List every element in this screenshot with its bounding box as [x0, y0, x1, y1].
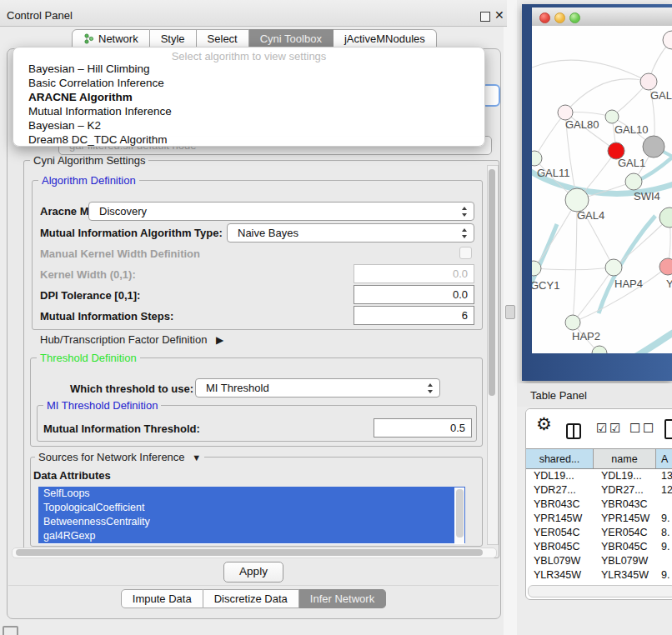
cell: 9. — [656, 540, 672, 554]
docked-panel-icon[interactable] — [3, 626, 18, 635]
manual-kernel-width-label: Manual Kernel Width Definition — [40, 248, 200, 260]
mi-type-combobox[interactable]: Naive Bayes — [227, 223, 474, 242]
zoom-traffic-light-icon[interactable] — [569, 12, 580, 23]
dpi-tolerance-field[interactable]: 0.0 — [354, 285, 474, 304]
network-node[interactable] — [659, 208, 672, 228]
gear-icon[interactable]: ⚙ — [536, 414, 552, 434]
attribute-item-selected[interactable]: BetweennessCentrality — [38, 515, 465, 529]
scrollbar-thumb[interactable] — [16, 549, 483, 556]
unchecked-box-icon[interactable]: ☐ — [629, 421, 640, 436]
node-label: SWI4 — [634, 190, 660, 202]
table-row[interactable]: YBR043C YBR043C — [526, 498, 672, 512]
settings-vertical-scrollbar[interactable] — [487, 165, 499, 545]
new-table-icon[interactable] — [664, 419, 672, 439]
node-label: HAP4 — [614, 278, 643, 290]
attribute-item-selected[interactable]: TopologicalCoefficient — [38, 501, 465, 515]
algorithm-option[interactable]: Basic Correlation Inference — [28, 77, 164, 91]
node-label: HAP2 — [572, 330, 600, 342]
cell: 9. — [656, 568, 672, 582]
table-row[interactable]: YDL19... YDL19... 13 — [526, 469, 672, 483]
table-horizontal-scrollbar[interactable] — [528, 585, 672, 598]
tab-network[interactable]: Network — [72, 29, 150, 48]
list-vertical-scrollbar[interactable] — [454, 488, 464, 543]
tab-cyni-toolbox[interactable]: Cyni Toolbox — [249, 29, 333, 48]
network-node[interactable] — [640, 73, 657, 90]
table-row[interactable]: YER054C YER054C 8. — [526, 526, 672, 540]
tab-label: Style — [161, 30, 185, 48]
kernel-width-value: 0.0 — [453, 268, 468, 280]
cell — [656, 554, 672, 568]
algorithm-dropdown-popup: Select algorithm to view settings Bayesi… — [13, 47, 485, 147]
mi-steps-field[interactable]: 6 — [354, 306, 474, 325]
table-row[interactable]: YDR27... YDR27... 12 — [526, 483, 672, 498]
cell: 12 — [656, 483, 672, 498]
attribute-item-selected[interactable]: SelfLoops — [38, 487, 465, 501]
network-node[interactable] — [659, 258, 672, 275]
checked-box-icon[interactable]: ☑ — [609, 421, 620, 436]
table-row[interactable]: YPR145W YPR145W 9. — [526, 512, 672, 526]
apply-button-label: Apply — [239, 565, 268, 578]
tab-jactivemnodules[interactable]: jActiveMNodules — [333, 29, 437, 48]
algorithm-option[interactable]: Dream8 DC_TDC Algorithm — [28, 133, 168, 148]
tab-select[interactable]: Select — [197, 29, 249, 48]
algorithm-placeholder: Select algorithm to view settings — [13, 50, 484, 62]
aracne-mode-combobox[interactable]: Discovery — [88, 202, 474, 221]
cell: YBL079W — [526, 554, 594, 568]
cell: YER054C — [526, 526, 594, 540]
algorithm-option[interactable]: Mutual Information Inference — [28, 105, 172, 119]
algorithm-option-selected[interactable]: ARACNE Algorithm — [28, 91, 133, 105]
cell: YBR045C — [594, 540, 656, 554]
split-columns-icon[interactable] — [566, 423, 581, 439]
checked-box-icon[interactable]: ☑ — [596, 421, 607, 436]
scrollbar-thumb[interactable] — [489, 169, 495, 396]
hub-definition-expander[interactable]: Hub/Transcription Factor Definition ▶ — [40, 333, 223, 346]
cell — [656, 498, 672, 512]
network-icon — [83, 33, 94, 44]
which-threshold-combobox[interactable]: MI Threshold — [195, 378, 440, 398]
table-row[interactable]: YLR345W YLR345W 9. — [526, 568, 672, 582]
algorithm-option[interactable]: Bayesian – K2 — [28, 119, 101, 133]
network-node[interactable] — [605, 110, 619, 123]
attribute-item-selected[interactable]: gal4RGexp — [38, 529, 465, 543]
tab-style[interactable]: Style — [150, 29, 197, 48]
panel-splitter-handle[interactable] — [505, 305, 515, 319]
unchecked-box-icon[interactable]: ☐ — [643, 421, 654, 436]
tab-label: Network — [98, 30, 138, 48]
float-panel-icon[interactable] — [480, 12, 490, 22]
mi-steps-label: Mutual Information Steps: — [40, 310, 173, 322]
apply-button[interactable]: Apply — [223, 562, 283, 582]
network-node[interactable] — [565, 315, 580, 330]
network-node[interactable] — [592, 346, 607, 353]
table-body: YDL19... YDL19... 13 YDR27... YDR27... 1… — [526, 469, 672, 597]
network-node[interactable] — [532, 151, 542, 166]
cell: YDL19... — [526, 469, 594, 483]
settings-horizontal-scrollbar[interactable] — [12, 548, 497, 558]
sources-group-expander[interactable]: Sources for Network Inference ▼ — [35, 451, 204, 463]
close-traffic-light-icon[interactable] — [539, 12, 550, 23]
algorithm-option[interactable]: Bayesian – Hill Climbing — [28, 62, 150, 77]
network-canvas[interactable]: GAL GAL80 GAL10 GAL1 GAL11 SWI4 GAL4 GCY… — [532, 26, 672, 353]
node-label: GAL11 — [537, 167, 570, 179]
scrollbar-thumb[interactable] — [456, 489, 464, 538]
network-node[interactable] — [663, 31, 672, 49]
column-header[interactable]: shared... — [526, 449, 594, 468]
mi-threshold-field[interactable]: 0.5 — [374, 418, 472, 438]
table-row[interactable]: YBR045C YBR045C 9. — [526, 540, 672, 554]
network-node[interactable] — [643, 136, 664, 158]
table-row[interactable]: YBL079W YBL079W — [526, 554, 672, 568]
close-panel-icon[interactable]: ✕ — [494, 8, 504, 22]
column-header[interactable]: name — [594, 449, 656, 468]
column-header[interactable]: A — [656, 449, 672, 468]
network-node[interactable] — [565, 188, 589, 212]
dpi-tolerance-label: DPI Tolerance [0,1]: — [40, 289, 140, 302]
cell: YLR345W — [526, 568, 594, 582]
network-node[interactable] — [625, 173, 642, 190]
threshold-definition-title: Threshold Definition — [37, 352, 140, 364]
tab-discretize-data[interactable]: Discretize Data — [203, 589, 299, 608]
minimize-traffic-light-icon[interactable] — [554, 12, 565, 23]
cell: YBR043C — [594, 498, 656, 512]
network-node[interactable] — [605, 259, 622, 276]
tab-impute-data[interactable]: Impute Data — [121, 589, 203, 608]
tab-infer-network[interactable]: Infer Network — [299, 589, 386, 608]
table-panel-titlebar: Table Panel — [517, 383, 672, 407]
